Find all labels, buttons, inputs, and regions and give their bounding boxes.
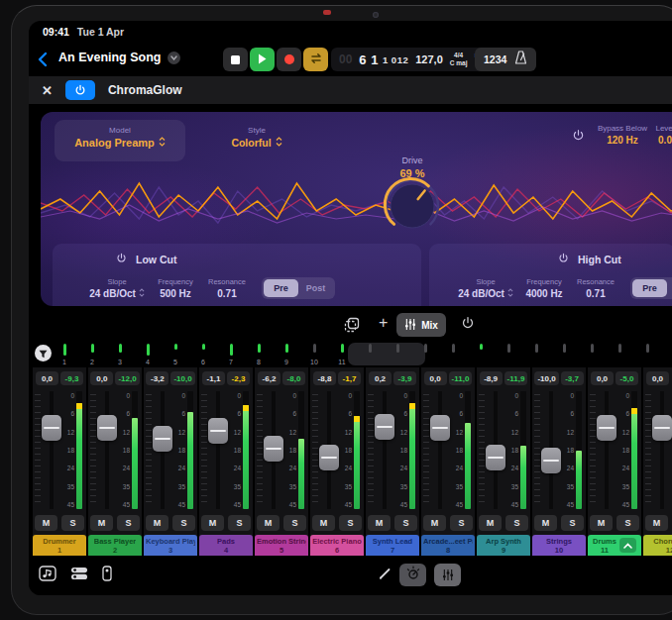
- mute-button[interactable]: M: [312, 515, 335, 531]
- mute-button[interactable]: M: [257, 515, 280, 531]
- volume-value[interactable]: 0,2: [369, 371, 392, 385]
- peak-value[interactable]: -2,3: [227, 371, 250, 385]
- pencil-icon[interactable]: [378, 567, 392, 584]
- overview-track-tick[interactable]: 1: [51, 344, 78, 367]
- fader-cap[interactable]: [652, 415, 672, 441]
- track-tab[interactable]: Drummer 1: [33, 535, 86, 556]
- solo-button[interactable]: S: [117, 515, 140, 531]
- solo-button[interactable]: S: [450, 515, 473, 531]
- plugin-power-button[interactable]: [65, 80, 95, 100]
- fader[interactable]: [207, 391, 229, 509]
- fader[interactable]: [540, 391, 562, 509]
- peak-value[interactable]: -5,0: [616, 371, 638, 385]
- track-tab[interactable]: Pads 4: [199, 535, 253, 556]
- style-selector[interactable]: Style Colorful: [197, 120, 316, 149]
- mute-button[interactable]: M: [645, 515, 668, 531]
- volume-value[interactable]: -8,8: [313, 371, 336, 385]
- solo-button[interactable]: S: [172, 515, 195, 531]
- overview-track-tick[interactable]: [522, 344, 550, 367]
- overview-track-tick[interactable]: 10: [300, 344, 328, 367]
- pre-button[interactable]: Pre: [264, 279, 298, 297]
- overview-track-tick[interactable]: [578, 344, 606, 367]
- overview-track-tick[interactable]: [411, 344, 439, 367]
- fader-cap[interactable]: [430, 415, 450, 441]
- fader[interactable]: [596, 391, 617, 509]
- controls-view-button[interactable]: [399, 564, 426, 586]
- duplicate-icon[interactable]: [344, 317, 360, 337]
- fader-cap[interactable]: [42, 415, 61, 441]
- overview-track-tick[interactable]: 4: [134, 344, 162, 367]
- post-button[interactable]: Post: [298, 279, 333, 297]
- song-title-menu[interactable]: An Evening Song: [58, 51, 180, 64]
- metronome-icon[interactable]: [514, 51, 527, 68]
- fader-cap[interactable]: [153, 426, 172, 452]
- mute-button[interactable]: M: [479, 515, 502, 531]
- overview-track-tick[interactable]: 5: [162, 344, 189, 367]
- solo-button[interactable]: S: [505, 515, 528, 531]
- low-cut-frequency[interactable]: Frequency 500 Hz: [150, 277, 201, 299]
- overview-track-tick[interactable]: [467, 344, 495, 367]
- low-cut-slope[interactable]: Slope 24 dB/Oct: [84, 277, 150, 299]
- fader[interactable]: [374, 391, 395, 509]
- fader[interactable]: [152, 391, 173, 509]
- add-plugin-button[interactable]: +: [379, 314, 388, 332]
- stop-button[interactable]: [223, 48, 248, 71]
- peak-value[interactable]: -9,3: [60, 371, 83, 385]
- overview-track-tick[interactable]: [633, 344, 661, 367]
- track-tab[interactable]: Bass Player 2: [88, 535, 142, 556]
- peak-value[interactable]: -8,0: [282, 371, 305, 385]
- overview-track-tick[interactable]: 2: [78, 344, 106, 367]
- volume-value[interactable]: 0,0: [36, 371, 58, 385]
- level-control[interactable]: Level 0.0: [635, 124, 672, 146]
- fader-cap[interactable]: [319, 445, 339, 470]
- track-tab[interactable]: Chorus V 12: [643, 535, 672, 556]
- peak-value[interactable]: -1,7: [338, 371, 361, 385]
- peak-value[interactable]: -10,0: [170, 371, 194, 385]
- overview-track-tick[interactable]: 11: [328, 344, 356, 367]
- solo-button[interactable]: S: [616, 515, 639, 531]
- fader-cap[interactable]: [264, 436, 283, 462]
- high-cut-slope[interactable]: Slope 24 dB/Oct: [453, 277, 518, 299]
- mute-button[interactable]: M: [368, 515, 391, 531]
- mixer-power-icon[interactable]: [461, 316, 475, 334]
- overview-track-tick[interactable]: [384, 344, 411, 367]
- filter-button[interactable]: [35, 345, 52, 362]
- fader-cap[interactable]: [375, 414, 394, 440]
- drive-knob[interactable]: [382, 175, 443, 241]
- volume-value[interactable]: 0,0: [646, 371, 669, 385]
- volume-value[interactable]: 0,0: [591, 371, 614, 385]
- mute-button[interactable]: M: [35, 515, 57, 531]
- track-tab[interactable]: Arcade...eet Pad 8: [421, 535, 475, 556]
- high-cut-power-icon[interactable]: [558, 253, 569, 265]
- mute-button[interactable]: M: [90, 515, 113, 531]
- overview-track-tick[interactable]: 9: [273, 344, 300, 367]
- mute-button[interactable]: M: [201, 515, 224, 531]
- fader[interactable]: [429, 391, 451, 509]
- track-tab[interactable]: Strings 10: [532, 535, 586, 556]
- fader-cap[interactable]: [208, 418, 228, 444]
- track-collapse-button[interactable]: [619, 538, 636, 553]
- mixer-view-button[interactable]: [434, 564, 461, 586]
- volume-value[interactable]: -8,9: [480, 371, 503, 385]
- track-tab[interactable]: Keyboard Player 3: [144, 535, 197, 556]
- solo-button[interactable]: S: [339, 515, 362, 531]
- track-tab[interactable]: Drums 11: [588, 535, 641, 556]
- overview-track-tick[interactable]: 8: [245, 344, 273, 367]
- low-cut-resonance[interactable]: Resonance 0.71: [201, 277, 253, 299]
- peak-value[interactable]: -11,0: [449, 371, 473, 385]
- fader-cap[interactable]: [486, 445, 505, 470]
- volume-value[interactable]: 0,0: [424, 371, 447, 385]
- play-button[interactable]: [250, 48, 275, 71]
- fader[interactable]: [318, 391, 340, 509]
- peak-value[interactable]: -12,0: [115, 371, 139, 385]
- volume-value[interactable]: 0,0: [90, 371, 113, 385]
- overview-track-tick[interactable]: [606, 344, 633, 367]
- modules-icon[interactable]: [70, 567, 88, 584]
- track-tab[interactable]: Emotion Strings 5: [255, 535, 308, 556]
- track-tab[interactable]: Electric Piano 6: [310, 535, 364, 556]
- post-button[interactable]: Post: [667, 279, 672, 297]
- solo-button[interactable]: S: [228, 515, 251, 531]
- fader-cap[interactable]: [541, 448, 561, 473]
- volume-value[interactable]: -1,1: [202, 371, 225, 385]
- fader-cap[interactable]: [97, 415, 117, 441]
